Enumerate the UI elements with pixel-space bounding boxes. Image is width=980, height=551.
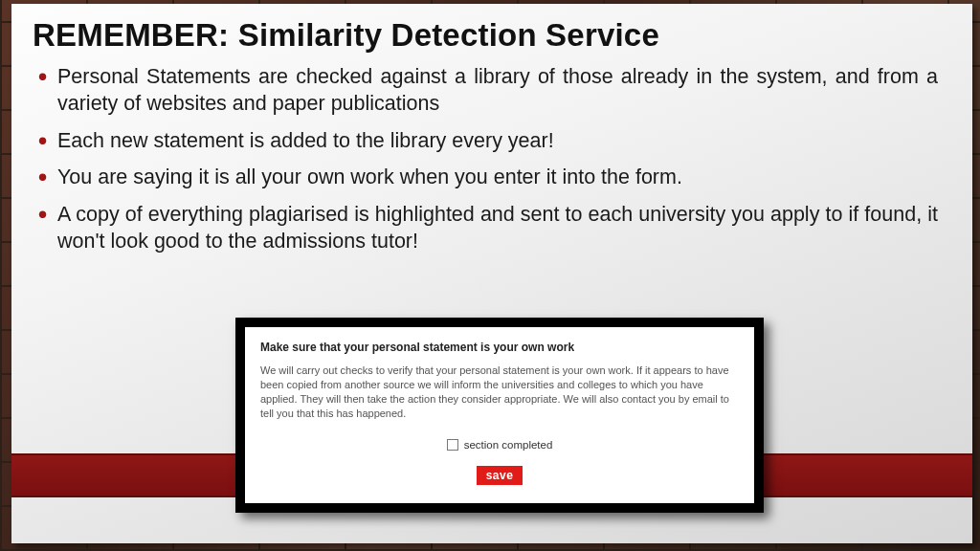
panel-controls: section completed save xyxy=(260,437,739,485)
slide-stage: REMEMBER: Similarity Detection Service P… xyxy=(0,0,980,551)
panel-heading: Make sure that your personal statement i… xyxy=(260,341,739,354)
section-completed-label: section completed xyxy=(464,439,553,451)
title-lead: REMEMBER: xyxy=(33,17,229,53)
panel-body-text: We will carry out checks to verify that … xyxy=(260,364,739,420)
bullet-item: You are saying it is all your own work w… xyxy=(38,164,938,190)
slide-card: REMEMBER: Similarity Detection Service P… xyxy=(11,4,972,543)
slide-title: REMEMBER: Similarity Detection Service xyxy=(33,17,659,54)
title-rest: Similarity Detection Service xyxy=(229,17,659,53)
bullet-list: Personal Statements are checked against … xyxy=(38,63,938,264)
section-completed-row[interactable]: section completed xyxy=(447,439,553,451)
embedded-form-panel: Make sure that your personal statement i… xyxy=(235,318,764,513)
bullet-item: Each new statement is added to the libra… xyxy=(38,127,938,154)
section-completed-checkbox[interactable] xyxy=(447,439,458,451)
save-button[interactable]: save xyxy=(477,466,523,485)
bullet-item: A copy of everything plagiarised is high… xyxy=(38,201,938,255)
bullet-item: Personal Statements are checked against … xyxy=(38,63,938,118)
embedded-form: Make sure that your personal statement i… xyxy=(245,327,754,503)
